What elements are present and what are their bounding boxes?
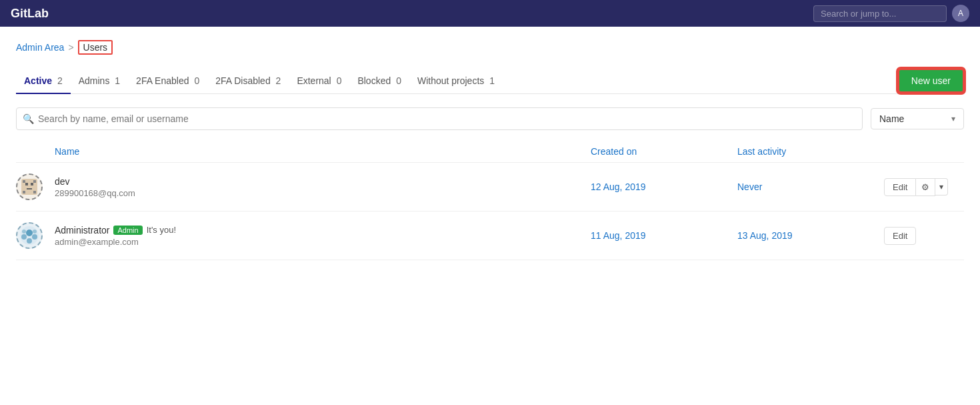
col-activity-header: Last activity <box>737 146 884 157</box>
svg-rect-4 <box>33 180 36 183</box>
sort-dropdown[interactable]: Name ▾ <box>871 108 964 129</box>
svg-rect-7 <box>27 188 32 189</box>
svg-point-12 <box>27 238 32 244</box>
topnav-right: A <box>813 5 969 22</box>
table-row: Administrator Admin It's you! admin@exam… <box>16 212 964 260</box>
tab-count-blocked: 0 <box>396 75 401 86</box>
user-name: dev <box>55 176 591 187</box>
tab-blocked[interactable]: Blocked 0 <box>349 69 409 94</box>
dropdown-button[interactable]: ▾ <box>935 178 948 195</box>
col-created-header: Created on <box>591 146 737 157</box>
table-row: dev 289900168@qq.com 12 Aug, 2019 Never … <box>16 163 964 212</box>
search-input[interactable] <box>16 107 863 130</box>
tab-count-external: 0 <box>337 75 342 86</box>
user-actions: Edit ⚙ ▾ <box>884 178 964 196</box>
tab-2fa-enabled[interactable]: 2FA Enabled 0 <box>128 69 207 94</box>
tabs-row: Active 2Admins 12FA Enabled 02FA Disable… <box>16 68 964 94</box>
breadcrumb-separator: > <box>68 42 73 53</box>
svg-point-10 <box>21 234 27 240</box>
admin-badge: Admin <box>113 226 142 235</box>
tab-count-2fa-enabled: 0 <box>194 75 199 86</box>
tab-count-active: 2 <box>57 75 63 86</box>
top-navigation: GitLab A <box>0 0 980 27</box>
user-avatar-area <box>16 222 55 249</box>
svg-rect-2 <box>31 183 33 185</box>
user-email: 289900168@qq.com <box>55 188 591 198</box>
tab-active[interactable]: Active 2 <box>16 69 71 94</box>
sort-arrow-icon: ▾ <box>951 114 955 123</box>
topnav-left: GitLab <box>11 7 49 21</box>
search-row: 🔍 Name ▾ <box>16 107 964 130</box>
user-name-text: dev <box>55 176 70 187</box>
sort-label: Name <box>879 113 904 124</box>
app-logo: GitLab <box>11 7 49 21</box>
user-actions: Edit <box>884 227 964 245</box>
tab-count-admins: 1 <box>115 75 120 86</box>
user-name: Administrator Admin It's you! <box>55 225 591 236</box>
svg-point-13 <box>22 230 26 234</box>
user-avatar <box>16 173 43 200</box>
search-icon: 🔍 <box>23 113 34 124</box>
user-created-on: 12 Aug, 2019 <box>591 181 737 192</box>
svg-point-14 <box>33 230 37 234</box>
tab-count-2fa-disabled: 2 <box>276 75 281 86</box>
search-input-wrap: 🔍 <box>16 107 863 130</box>
svg-rect-5 <box>23 191 25 193</box>
its-you-label: It's you! <box>147 225 176 235</box>
svg-point-9 <box>26 230 33 236</box>
gear-button[interactable]: ⚙ <box>916 178 935 196</box>
tab-admins[interactable]: Admins 1 <box>71 69 128 94</box>
edit-button[interactable]: Edit <box>884 227 916 245</box>
user-avatar <box>16 222 43 249</box>
svg-point-11 <box>32 234 37 240</box>
col-name-header: Name <box>16 146 591 157</box>
tab-external[interactable]: External 0 <box>289 69 349 94</box>
users-list: dev 289900168@qq.com 12 Aug, 2019 Never … <box>16 163 964 260</box>
user-email: admin@example.com <box>55 237 591 247</box>
user-last-activity: 13 Aug, 2019 <box>737 230 884 241</box>
tab-without-projects[interactable]: Without projects 1 <box>409 69 503 94</box>
svg-rect-1 <box>25 183 28 185</box>
main-content: Admin Area > Users Active 2Admins 12FA E… <box>0 27 980 274</box>
user-last-activity: Never <box>737 181 884 192</box>
global-search-input[interactable] <box>813 5 947 22</box>
user-name-text: Administrator <box>55 225 109 236</box>
tab-2fa-disabled[interactable]: 2FA Disabled 2 <box>207 69 289 94</box>
user-info: dev 289900168@qq.com <box>55 176 591 198</box>
table-header: Name Created on Last activity <box>16 146 964 163</box>
svg-rect-6 <box>33 191 36 193</box>
tabs-list: Active 2Admins 12FA Enabled 02FA Disable… <box>16 68 503 93</box>
user-created-on: 11 Aug, 2019 <box>591 230 737 241</box>
tab-count-without-projects: 1 <box>489 75 495 86</box>
new-user-button[interactable]: New user <box>898 69 964 93</box>
user-info: Administrator Admin It's you! admin@exam… <box>55 225 591 247</box>
svg-rect-3 <box>23 180 25 183</box>
breadcrumb-admin-link[interactable]: Admin Area <box>16 42 64 53</box>
breadcrumb-current-page: Users <box>78 40 113 55</box>
breadcrumb: Admin Area > Users <box>16 40 964 55</box>
edit-button[interactable]: Edit <box>884 178 916 196</box>
user-avatar-nav[interactable]: A <box>952 5 969 22</box>
user-avatar-area <box>16 173 55 200</box>
